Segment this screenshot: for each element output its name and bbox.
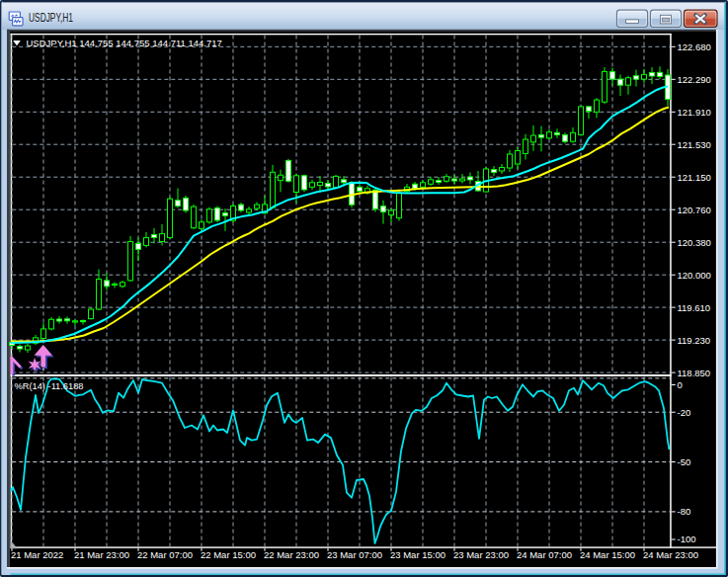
svg-text:120.000: 120.000 bbox=[678, 270, 711, 281]
svg-text:0: 0 bbox=[678, 379, 683, 390]
svg-text:118.850: 118.850 bbox=[678, 368, 711, 378]
svg-text:21 Mar 23:00: 21 Mar 23:00 bbox=[74, 549, 129, 560]
svg-text:24 Mar 15:00: 24 Mar 15:00 bbox=[580, 549, 635, 560]
svg-text:21 Mar 2022: 21 Mar 2022 bbox=[11, 549, 63, 560]
svg-text:121.150: 121.150 bbox=[678, 172, 711, 183]
svg-text:23 Mar 15:00: 23 Mar 15:00 bbox=[390, 549, 445, 560]
svg-text:-80: -80 bbox=[678, 506, 691, 517]
svg-text:-100: -100 bbox=[678, 534, 696, 544]
svg-text:121.910: 121.910 bbox=[678, 107, 711, 118]
svg-text:120.380: 120.380 bbox=[678, 237, 711, 248]
svg-text:119.230: 119.230 bbox=[678, 335, 711, 346]
svg-text:24 Mar 07:00: 24 Mar 07:00 bbox=[517, 549, 572, 560]
svg-text:122.680: 122.680 bbox=[678, 41, 711, 52]
svg-text:-50: -50 bbox=[678, 456, 691, 467]
svg-text:USDJPY,H1 144.755 144.755 144.: USDJPY,H1 144.755 144.755 144.711 144.71… bbox=[27, 38, 222, 48]
svg-text:22 Mar 15:00: 22 Mar 15:00 bbox=[201, 549, 256, 560]
svg-text:122.290: 122.290 bbox=[678, 74, 711, 85]
svg-text:USDJPY,H1: USDJPY,H1 bbox=[29, 11, 73, 25]
svg-text:-20: -20 bbox=[678, 407, 691, 418]
svg-text:120.760: 120.760 bbox=[678, 205, 711, 215]
svg-text:23 Mar 23:00: 23 Mar 23:00 bbox=[453, 549, 509, 560]
svg-text:22 Mar 23:00: 22 Mar 23:00 bbox=[264, 549, 319, 560]
svg-text:121.530: 121.530 bbox=[678, 139, 711, 150]
svg-text:24 Mar 23:00: 24 Mar 23:00 bbox=[643, 549, 698, 560]
svg-text:119.610: 119.610 bbox=[678, 302, 711, 313]
svg-text:22 Mar 07:00: 22 Mar 07:00 bbox=[137, 549, 193, 560]
svg-text:%R(14) -11.6188: %R(14) -11.6188 bbox=[15, 381, 84, 391]
svg-text:23 Mar 07:00: 23 Mar 07:00 bbox=[327, 549, 382, 560]
